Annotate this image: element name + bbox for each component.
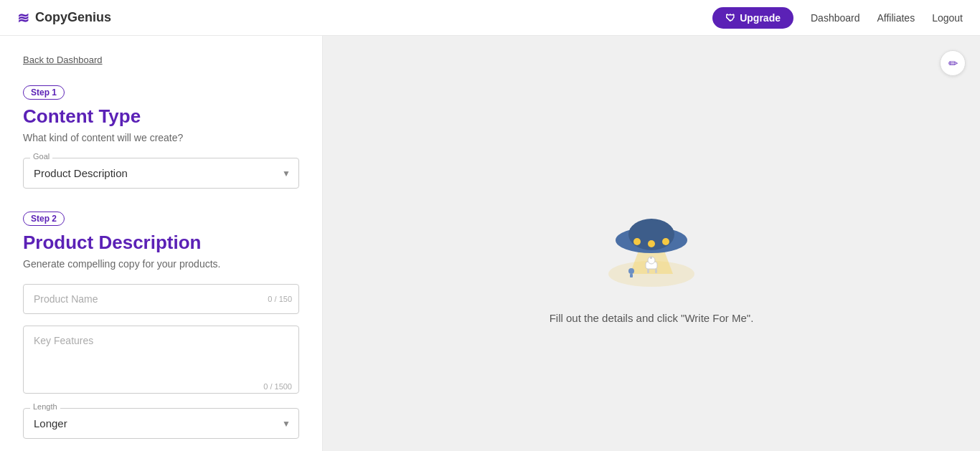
ufo-illustration xyxy=(580,163,723,295)
svg-rect-13 xyxy=(630,274,633,277)
svg-point-5 xyxy=(648,240,655,247)
svg-rect-9 xyxy=(655,269,657,273)
svg-point-4 xyxy=(633,238,641,245)
goal-select[interactable]: Product Description Blog Post Social Med… xyxy=(23,158,299,189)
shield-icon: 🛡 xyxy=(725,12,735,24)
header-nav: 🛡 Upgrade Dashboard Affiliates Logout xyxy=(712,7,963,29)
affiliates-link[interactable]: Affiliates xyxy=(877,12,915,24)
step2-section: Step 2 Product Description Generate comp… xyxy=(23,212,299,439)
svg-rect-11 xyxy=(650,257,652,259)
length-select[interactable]: Short Medium Longer xyxy=(23,408,299,439)
step2-subtitle: Generate compelling copy for your produc… xyxy=(23,258,299,270)
product-name-char-count: 0 / 150 xyxy=(268,295,292,303)
upgrade-label: Upgrade xyxy=(740,12,781,24)
logo-icon: ≋ xyxy=(17,9,29,27)
dashboard-link[interactable]: Dashboard xyxy=(811,12,860,24)
svg-rect-8 xyxy=(647,269,649,273)
right-panel: ✏ xyxy=(323,36,980,451)
edit-icon: ✏ xyxy=(948,57,958,70)
step1-subtitle: What kind of content will we create? xyxy=(23,132,299,143)
goal-field-wrapper: Goal Product Description Blog Post Socia… xyxy=(23,158,299,189)
left-panel: Back to Dashboard Step 1 Content Type Wh… xyxy=(0,36,323,451)
svg-point-6 xyxy=(662,238,669,245)
logo-text: CopyGenius xyxy=(35,10,111,25)
step1-badge: Step 1 xyxy=(23,85,65,100)
main-layout: Back to Dashboard Step 1 Content Type Wh… xyxy=(0,36,980,451)
key-features-char-count: 0 / 1500 xyxy=(263,382,292,391)
back-to-dashboard-link[interactable]: Back to Dashboard xyxy=(23,54,103,65)
step1-section: Step 1 Content Type What kind of content… xyxy=(23,85,299,189)
header: ≋ CopyGenius 🛡 Upgrade Dashboard Affilia… xyxy=(0,0,980,36)
ufo-svg xyxy=(580,163,723,292)
product-name-input[interactable] xyxy=(23,284,299,314)
goal-label: Goal xyxy=(30,152,52,161)
key-features-row: 0 / 1500 xyxy=(23,326,299,397)
step2-title: Product Description xyxy=(23,232,299,254)
logout-link[interactable]: Logout xyxy=(932,12,963,24)
svg-point-12 xyxy=(628,268,634,274)
step2-badge: Step 2 xyxy=(23,212,65,226)
edit-button[interactable]: ✏ xyxy=(940,50,966,76)
length-section: Length Short Medium Longer ▼ xyxy=(23,408,299,439)
step1-title: Content Type xyxy=(23,105,299,128)
key-features-textarea[interactable] xyxy=(23,326,299,394)
upgrade-button[interactable]: 🛡 Upgrade xyxy=(712,7,793,29)
length-label: Length xyxy=(30,402,60,411)
product-name-row: 0 / 150 xyxy=(23,284,299,314)
empty-state-text: Fill out the details and click "Write Fo… xyxy=(550,312,754,324)
length-field-wrapper: Length Short Medium Longer ▼ xyxy=(23,408,299,439)
logo: ≋ CopyGenius xyxy=(17,9,111,27)
